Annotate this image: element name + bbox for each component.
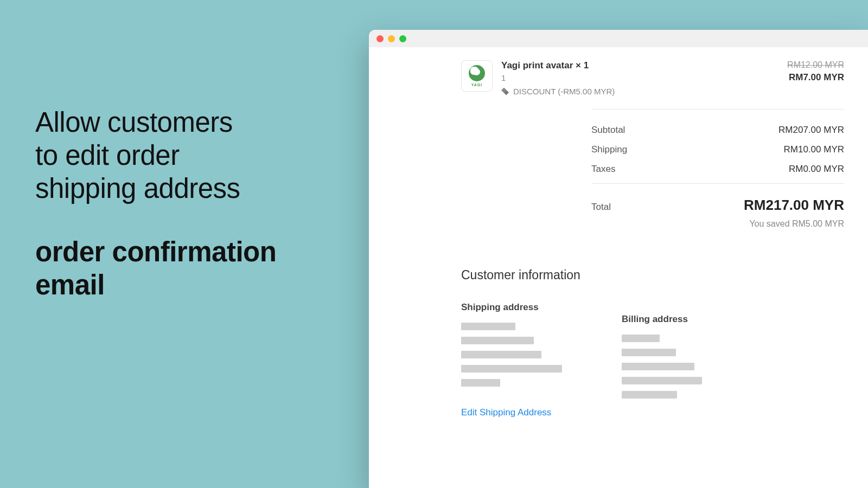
window-maximize-button[interactable] [399,35,406,42]
you-saved-text: You saved RM5.00 MYR [591,219,844,229]
yagi-logo-icon [469,65,485,81]
total-label: Total [591,202,611,213]
divider [591,183,844,184]
headline-line: shipping address [35,173,240,204]
order-totals: Subtotal RM207.00 MYR Shipping RM10.00 M… [591,110,844,229]
product-thumb-label: YAGI [471,83,482,87]
product-thumbnail: YAGI [461,60,493,92]
tag-icon [501,88,509,95]
redacted-line [622,349,676,356]
line-item-title: Yagi print avatar × 1 [501,60,787,71]
redacted-line [622,377,702,384]
subtotal-value: RM207.00 MYR [778,125,844,136]
billing-address-block: Billing address [622,314,702,418]
redacted-line [461,351,541,358]
redacted-line [461,365,562,373]
line-item-quantity: 1 [501,73,787,82]
taxes-label: Taxes [591,164,615,175]
customer-information-section: Customer information Shipping address Ed… [461,268,844,418]
shipping-address-block: Shipping address Edit Shipping Address [461,302,562,418]
redacted-line [461,337,534,344]
redacted-line [622,363,694,370]
headline-line: to edit order [35,140,180,171]
subtotal-label: Subtotal [591,125,625,136]
redacted-line [622,391,677,399]
window-titlebar [369,30,868,47]
customer-information-heading: Customer information [461,268,844,282]
mac-window: YAGI Yagi print avatar × 1 1 DISCOUNT (-… [369,30,868,488]
taxes-value: RM0.00 MYR [789,164,844,175]
line-item-price: RM7.00 MYR [789,72,844,82]
edit-shipping-address-link[interactable]: Edit Shipping Address [461,407,551,418]
billing-address-heading: Billing address [622,314,702,325]
line-item-original-price: RM12.00 MYR [787,60,844,70]
redacted-line [622,335,660,342]
marketing-headline: Allow customers to edit order shipping a… [35,106,339,301]
shipping-label: Shipping [591,144,627,155]
shipping-address-heading: Shipping address [461,302,562,313]
email-content: YAGI Yagi print avatar × 1 1 DISCOUNT (-… [369,47,868,418]
order-line-item: YAGI Yagi print avatar × 1 1 DISCOUNT (-… [461,60,844,109]
window-minimize-button[interactable] [388,35,395,42]
redacted-line [461,379,500,387]
window-close-button[interactable] [376,35,384,42]
shipping-value: RM10.00 MYR [784,144,844,155]
discount-label: DISCOUNT (-RM5.00 MYR) [513,87,615,96]
total-value: RM217.00 MYR [744,197,844,214]
headline-bold-line: email [35,269,105,300]
headline-line: Allow customers [35,107,233,138]
headline-bold-line: order confirmation [35,236,276,267]
redacted-line [461,323,515,330]
